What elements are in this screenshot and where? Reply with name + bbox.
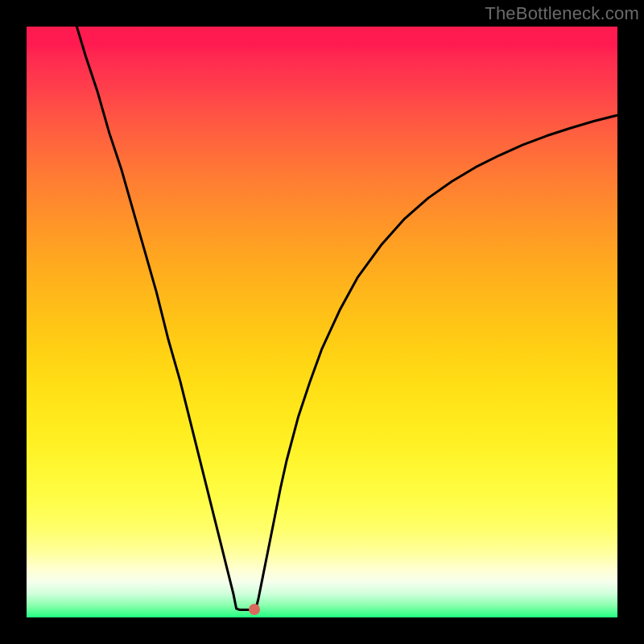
attribution-label: TheBottleneck.com xyxy=(485,3,639,24)
plot-area xyxy=(27,27,617,617)
chart-container: TheBottleneck.com xyxy=(0,0,644,644)
bottleneck-curve xyxy=(27,27,617,617)
optimal-point-marker xyxy=(249,604,260,615)
